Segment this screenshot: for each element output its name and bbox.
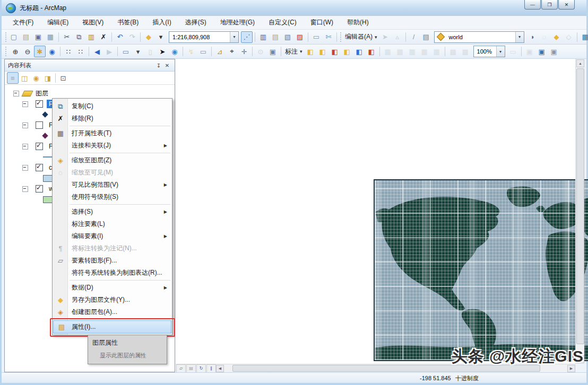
viewer-window-icon[interactable]: ▭ <box>310 31 322 43</box>
straight-segment-icon[interactable]: / <box>408 31 420 43</box>
menu-item-save-as-layer-file[interactable]: 另存为图层文件(Y)... <box>53 294 172 306</box>
title-bar[interactable]: 无标题 - ArcMap —❐✕ <box>2 0 586 16</box>
sketch-properties-icon[interactable]: ◌ <box>539 31 550 43</box>
undo-icon[interactable]: ↶ <box>114 31 126 43</box>
label-menu-label[interactable]: 标注 <box>283 47 300 56</box>
model-builder-icon[interactable]: ✄ <box>323 31 334 43</box>
clear-selection-icon[interactable]: ▯ <box>144 46 156 57</box>
menu-file[interactable]: 文件(F) <box>6 16 40 29</box>
ddp-settings-icon[interactable]: ▣ <box>548 46 560 57</box>
save-edits-icon[interactable]: ◆ <box>551 31 563 43</box>
map-canvas[interactable] <box>176 59 575 364</box>
search-window-icon[interactable]: ▧ <box>282 31 293 43</box>
layer-visibility-checkbox[interactable] <box>36 164 43 171</box>
menu-item-zoom-to-layer[interactable]: 缩放至图层(Z) <box>53 154 172 167</box>
layer-symbol[interactable] <box>42 133 48 138</box>
maximize-button[interactable]: ❐ <box>541 0 558 10</box>
menu-help[interactable]: 帮助(H) <box>340 16 376 29</box>
menu-customize[interactable]: 自定义(C) <box>262 16 304 29</box>
menu-item-remove[interactable]: 移除(R) <box>53 112 172 125</box>
layout-zoom-combo[interactable]: 100% ▾ <box>473 46 505 57</box>
topology-edit-icon[interactable]: ▦ <box>382 46 394 57</box>
menu-window[interactable]: 窗口(W) <box>304 16 340 29</box>
data-view-button[interactable]: ▱ <box>176 364 186 373</box>
topology-validate-icon[interactable]: ▦ <box>407 46 418 57</box>
layer-visibility-checkbox[interactable] <box>36 185 43 192</box>
vertical-scrollbar[interactable]: ▲ ▼ <box>575 59 584 364</box>
graticule-icon[interactable]: ▩ <box>460 46 471 57</box>
topology-errors-icon[interactable]: ▦ <box>394 46 406 57</box>
vertical-scroll-thumb[interactable] <box>576 68 584 344</box>
label-priority-icon[interactable]: ◧ <box>317 46 328 57</box>
menu-geoprocessing[interactable]: 地理处理(G) <box>213 16 262 29</box>
add-data-dropdown-icon[interactable]: ▾ <box>155 31 167 43</box>
label-menu-dropdown-icon[interactable]: ▾ <box>300 49 305 54</box>
data-driven-page-icon[interactable]: ▣ <box>524 46 535 57</box>
identify-icon[interactable]: ◉ <box>169 46 180 57</box>
scroll-left-icon[interactable]: ◀ <box>216 365 224 372</box>
collapse-icon[interactable] <box>22 122 28 128</box>
pan-icon[interactable]: ✱ <box>34 46 46 57</box>
menu-item-joins-relates[interactable]: 连接和关联(J) <box>53 139 172 152</box>
menu-insert[interactable]: 插入(I) <box>145 16 178 29</box>
pause-drawing-button[interactable]: ∥ <box>206 364 216 373</box>
close-icon[interactable]: ✕ <box>163 62 171 69</box>
ddp-next-icon[interactable]: ▣ <box>536 46 548 57</box>
goto-xy-icon[interactable]: ✛ <box>238 46 250 57</box>
create-features-icon[interactable]: ▤ <box>420 31 432 43</box>
edit-sketch-tool-icon[interactable]: ⋰ <box>241 31 253 43</box>
map-grid-icon[interactable]: ▩ <box>447 46 459 57</box>
collapse-icon[interactable] <box>22 101 28 107</box>
layout-zoom-dropdown-icon[interactable]: ▾ <box>496 46 505 57</box>
pin-icon[interactable]: ↧ <box>154 62 163 69</box>
menu-item-copy[interactable]: 复制(C) <box>53 100 172 112</box>
editor-dropdown-icon[interactable]: ▾ <box>375 34 379 40</box>
toolbar-grip[interactable] <box>340 32 341 42</box>
select-elements-icon[interactable]: ➤ <box>157 46 168 57</box>
new-document-icon[interactable]: ▢ <box>8 31 20 43</box>
unplaced-annotation-icon[interactable]: ◇ <box>563 31 575 43</box>
editor-menu-label[interactable]: 编辑器(A) <box>343 32 375 41</box>
zoom-out-icon[interactable]: ⊖ <box>22 46 33 57</box>
redo-icon[interactable]: ↷ <box>126 31 138 43</box>
back-extent-icon[interactable]: ◀ <box>91 46 103 57</box>
list-by-source-icon[interactable]: ◫ <box>19 72 30 84</box>
measure-icon[interactable]: ⊿ <box>214 46 226 57</box>
open-folder-icon[interactable]: ▤ <box>20 31 32 43</box>
layout-view-button[interactable]: ▤ <box>186 364 196 373</box>
label-lock-icon[interactable]: ◧ <box>366 46 377 57</box>
print-icon[interactable]: ▦ <box>45 31 56 43</box>
add-data-icon[interactable]: ◆ <box>143 31 154 43</box>
layer-visibility-checkbox[interactable] <box>36 121 43 129</box>
menu-item-zoom-to-make-visible[interactable]: 缩放至可见(M) <box>53 167 172 179</box>
label-tool-icon[interactable]: ◧ <box>305 46 316 57</box>
target-layer-combo[interactable]: world ▾ <box>434 31 524 43</box>
menu-item-selection[interactable]: 选择(S) <box>53 206 172 218</box>
toc-root-row[interactable]: 图层 <box>5 88 175 99</box>
menu-item-edit-features[interactable]: 编辑要素(I) <box>53 230 172 242</box>
menu-view[interactable]: 视图(V) <box>75 16 110 29</box>
edit-annotation-tool-icon[interactable]: ▵ <box>392 31 403 43</box>
minimize-button[interactable]: — <box>524 0 541 10</box>
fixed-zoom-in-icon[interactable]: ∷ <box>63 46 74 57</box>
collapse-icon[interactable] <box>22 165 28 171</box>
fixed-zoom-out-icon[interactable]: ∷ <box>75 46 87 57</box>
time-slider-icon[interactable]: ⊙ <box>255 46 266 57</box>
select-dropdown-icon[interactable]: ▾ <box>132 46 144 57</box>
table-of-contents-window-icon[interactable]: ▥ <box>257 31 269 43</box>
edit-tool-arrow-icon[interactable]: ➤ <box>379 31 391 43</box>
toolbar-grip[interactable] <box>5 32 6 42</box>
create-viewer-window-icon[interactable]: ▣ <box>267 46 279 57</box>
label-view-unplaced-icon[interactable]: ◧ <box>353 46 365 57</box>
collapse-icon[interactable] <box>22 186 28 192</box>
layer-symbol[interactable] <box>42 111 48 117</box>
menu-item-convert-symbology-to-representation[interactable]: 将符号系统转换为制图表达(R)... <box>53 267 172 279</box>
menu-item-create-layer-package[interactable]: 创建图层包(A)... <box>53 306 172 318</box>
target-layer-dropdown-icon[interactable]: ▾ <box>515 32 524 42</box>
topology-inspector-icon[interactable]: ▦ <box>431 46 443 57</box>
cut-icon[interactable]: ✂ <box>61 31 73 43</box>
list-by-selection-icon[interactable]: ◨ <box>42 72 54 84</box>
menu-item-visible-scale-range[interactable]: 可见比例范围(V) <box>53 179 172 191</box>
toolbar-grip[interactable] <box>5 47 8 56</box>
forward-extent-icon[interactable]: ▶ <box>103 46 115 57</box>
